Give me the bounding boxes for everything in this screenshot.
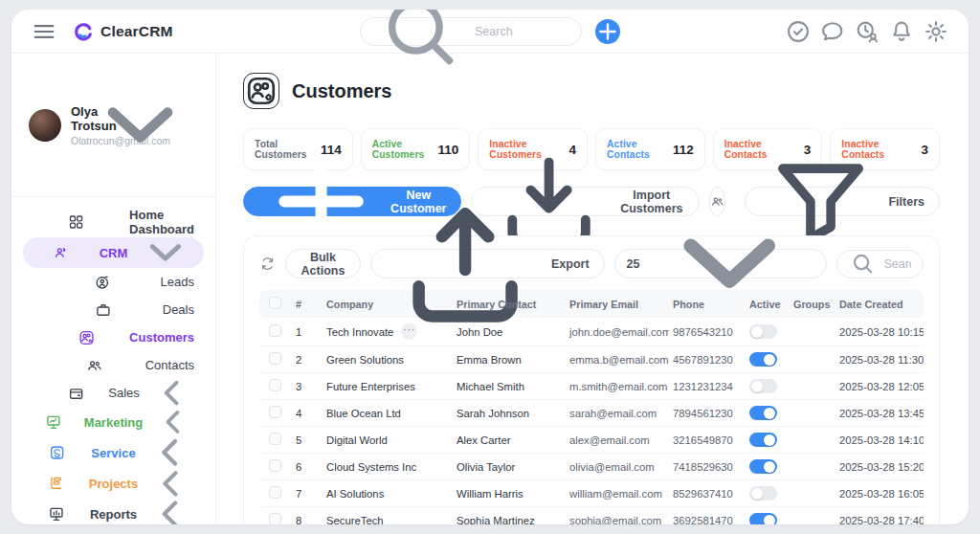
header-icon-button[interactable] (819, 18, 846, 45)
main-content: Customers Total Customers 114 Active Cus… (216, 54, 969, 524)
sidebar-item[interactable]: Deals (23, 296, 204, 323)
date-created: 2025-03-28 15:20:10 (835, 454, 924, 480)
stat-label: Active Contacts (607, 139, 667, 160)
company-name: Blue Ocean Ltd (326, 408, 401, 419)
groups-cell (790, 373, 835, 400)
header-icon-button[interactable] (854, 18, 880, 45)
table-row[interactable]: 7 AI Solutions ··· William Harris willia… (259, 480, 924, 507)
phone: 3216549870 (669, 427, 746, 454)
sidebar: Olya Trotsun Olatrocun@gmail.com Home Da… (11, 54, 216, 524)
date-created: 2025-03-28 17:40:30 (835, 507, 924, 525)
table-row[interactable]: 8 SecureTech ··· Sophia Martinez sophia@… (259, 507, 924, 525)
table-header-row: # Company Primary Contact Primary Email … (259, 290, 924, 318)
active-toggle[interactable] (749, 486, 777, 501)
user-profile-menu[interactable]: Olya Trotsun Olatrocun@gmail.com (11, 54, 215, 197)
clearcrm-logo-icon (73, 21, 94, 42)
row-checkbox[interactable] (269, 324, 281, 337)
sidebar-item-label: Marketing (84, 415, 143, 430)
active-toggle[interactable] (749, 459, 777, 474)
quick-add-button[interactable] (595, 19, 620, 44)
header-icon-group (758, 18, 949, 45)
primary-email: emma.b@email.com (566, 346, 669, 373)
date-created: 2025-03-28 12:05:20 (835, 373, 924, 400)
table-row[interactable]: 6 Cloud Systems Inc ··· Olivia Taylor ol… (259, 454, 924, 480)
customers-page-icon (243, 73, 279, 109)
chevron-down-icon (80, 65, 200, 185)
customers-table: # Company Primary Contact Primary Email … (259, 290, 924, 524)
date-created: 2025-03-28 13:45:30 (835, 400, 924, 427)
row-checkbox[interactable] (269, 406, 281, 418)
logo-text: ClearCRM (100, 23, 173, 40)
company-name: SecureTech (326, 515, 384, 525)
row-checkbox[interactable] (269, 352, 281, 365)
table-toolbar: Bulk Actions Export 25 (259, 249, 924, 278)
chevron-down-icon (645, 179, 813, 347)
app-logo[interactable]: ClearCRM (73, 21, 173, 42)
date-created: 2025-03-28 11:30:45 (835, 346, 924, 373)
groups-cell (790, 507, 835, 525)
groups-cell (790, 400, 835, 427)
active-toggle[interactable] (749, 324, 777, 339)
table-row[interactable]: 3 Future Enterprises ··· Michael Smith m… (259, 373, 924, 400)
row-checkbox[interactable] (269, 459, 281, 472)
date-created: 2025-03-28 14:10:55 (835, 427, 924, 454)
primary-contact: Emma Brown (453, 346, 566, 373)
active-toggle[interactable] (749, 513, 777, 524)
table-search-input[interactable] (883, 257, 911, 271)
primary-email: olivia@email.com (566, 454, 669, 480)
phone: 4567891230 (669, 346, 746, 373)
sidebar-item-label: Leads (161, 275, 194, 289)
row-checkbox[interactable] (269, 513, 281, 524)
header-icon-button[interactable] (888, 18, 915, 45)
company-name: Tech Innovate (326, 326, 393, 338)
header-icon-button[interactable] (923, 18, 949, 45)
search-icon (849, 250, 877, 278)
global-search-input[interactable] (475, 25, 569, 38)
refresh-button[interactable] (259, 251, 276, 278)
primary-email: sarah@email.com (566, 400, 669, 427)
sidebar-nav: Home Dashboard CRM Leads (11, 197, 215, 524)
row-checkbox[interactable] (269, 433, 281, 445)
header-icon-button[interactable] (785, 18, 812, 45)
primary-email: m.smith@email.com (566, 373, 669, 400)
phone: 7418529630 (669, 454, 746, 480)
primary-email: william@email.com (566, 480, 669, 507)
phone: 8529637410 (669, 480, 746, 507)
page-title: Customers (292, 80, 391, 102)
page-size-select[interactable]: 25 (614, 249, 827, 278)
table-row[interactable]: 2 Green Solutions ··· Emma Brown emma.b@… (259, 346, 924, 373)
stat-value: 112 (673, 143, 694, 157)
primary-contact: Alex Carter (453, 427, 566, 454)
avatar (29, 109, 61, 142)
active-toggle[interactable] (749, 433, 777, 447)
hamburger-menu-button[interactable] (31, 18, 57, 45)
groups-cell (790, 346, 835, 373)
primary-contact: William Harris (453, 480, 566, 507)
table-row[interactable]: 4 Blue Ocean Ltd ··· Sarah Johnson sarah… (259, 400, 924, 427)
select-all-checkbox[interactable] (269, 297, 281, 309)
primary-contact: Sarah Johnson (453, 400, 566, 427)
sidebar-item-label: Customers (129, 330, 194, 345)
company-name: Digital World (326, 434, 388, 446)
active-toggle[interactable] (749, 379, 777, 393)
sidebar-item-label: Service (91, 446, 135, 460)
stat-value: 110 (438, 143, 459, 157)
export-button[interactable]: Export (370, 249, 605, 278)
row-checkbox[interactable] (269, 486, 281, 499)
bulk-actions-button[interactable]: Bulk Actions (285, 249, 361, 278)
sidebar-item[interactable]: CRM (23, 237, 204, 268)
hamburger-icon (31, 18, 57, 45)
sidebar-item-label: Projects (89, 477, 138, 491)
primary-email: alex@email.com (566, 427, 669, 454)
table-row[interactable]: 1 Tech Innovate ··· John Doe john.doe@em… (259, 318, 924, 346)
active-toggle[interactable] (749, 352, 777, 367)
refresh-icon (259, 256, 276, 272)
row-checkbox[interactable] (269, 379, 281, 391)
primary-contact: Olivia Taylor (453, 454, 566, 480)
table-row[interactable]: 5 Digital World ··· Alex Carter alex@ema… (259, 427, 924, 454)
active-toggle[interactable] (749, 406, 777, 420)
global-search (360, 17, 582, 46)
sidebar-item[interactable]: Customers (23, 323, 204, 351)
primary-email: sophia@email.com (566, 507, 669, 525)
company-name: Future Enterprises (326, 381, 415, 392)
